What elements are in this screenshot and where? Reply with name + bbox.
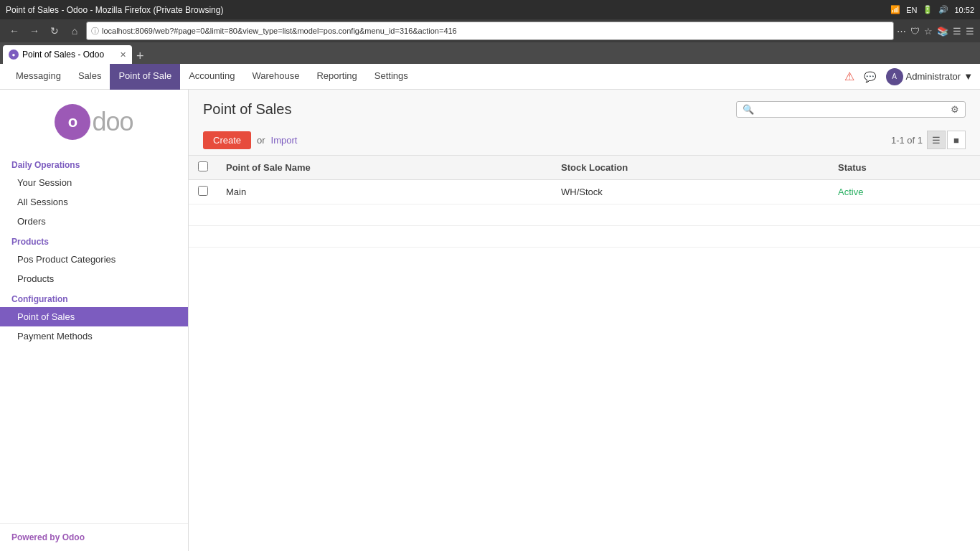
address-bar[interactable]: ⓘ localhost:8069/web?#page=0&limit=80&vi… [86, 22, 894, 40]
sidebar-item-all-sessions[interactable]: All Sessions [0, 192, 188, 212]
nav-item-warehouse[interactable]: Warehouse [243, 64, 308, 90]
col-stock-location: Stock Location [552, 156, 829, 180]
new-tab-button[interactable]: + [132, 49, 149, 64]
chevron-down-icon: ▼ [963, 71, 973, 82]
alert-icon[interactable]: ⚠ [844, 70, 854, 83]
tab-title: Point of Sales - Odoo [22, 50, 104, 60]
row-checkbox[interactable] [198, 186, 208, 196]
section-title-configuration: Configuration [0, 288, 188, 307]
toolbar: Create or Import 1-1 of 1 ☰ ■ [189, 125, 980, 156]
volume-icon: 🔊 [938, 5, 948, 14]
sidebar-logo: o doo [0, 97, 188, 154]
shield-icon: 🛡 [910, 26, 920, 37]
admin-menu[interactable]: A Administrator ▼ [886, 68, 973, 85]
forward-button[interactable]: → [26, 22, 43, 39]
kanban-view-button[interactable]: ■ [947, 131, 966, 149]
table-container: Point of Sale Name Stock Location Status [189, 156, 980, 551]
pagination-text: 1-1 of 1 [891, 135, 923, 146]
content-area: Point of Sales 🔍 ⚙ Create or Import 1-1 … [189, 90, 980, 551]
select-all-checkbox-header[interactable] [189, 156, 217, 180]
nav-item-sales[interactable]: Sales [70, 64, 110, 90]
chat-icon[interactable]: 💬 [860, 67, 880, 87]
os-bar-right: 📶 EN 🔋 🔊 10:52 [890, 5, 974, 14]
menu-icon[interactable]: ☰ [966, 26, 974, 37]
admin-label: Administrator [906, 71, 961, 82]
sidebar-item-your-session[interactable]: Your Session [0, 173, 188, 192]
odoo-logo: o doo [55, 104, 133, 140]
library-icon[interactable]: 📚 [937, 26, 948, 37]
nav-item-accounting[interactable]: Accounting [180, 64, 243, 90]
home-button[interactable]: ⌂ [66, 22, 83, 39]
section-title-products: Products [0, 231, 188, 250]
toolbar-right: 1-1 of 1 ☰ ■ [891, 131, 966, 149]
sidebar-item-point-of-sales[interactable]: Point of Sales [0, 307, 188, 326]
logo-circle: o [55, 104, 90, 140]
os-bar: Point of Sales - Odoo - Mozilla Firefox … [0, 0, 980, 19]
tab-favicon: ● [9, 50, 19, 60]
nav-item-point-of-sale[interactable]: Point of Sale [110, 64, 180, 90]
bookmark-icon[interactable]: ☆ [924, 26, 933, 37]
empty-row-2 [189, 226, 980, 248]
or-text: or [257, 135, 265, 146]
list-view-button[interactable]: ☰ [927, 131, 946, 149]
footer-text: Powered by [11, 532, 62, 542]
browser-right-icons: ⋯ 🛡 ☆ 📚 ☰ ☰ [897, 26, 974, 37]
browser-tab[interactable]: ● Point of Sales - Odoo ✕ [3, 45, 132, 64]
battery-icon: 🔋 [923, 5, 933, 14]
keyboard-icon: EN [906, 6, 917, 14]
wifi-icon: 📶 [890, 5, 900, 14]
empty-row-1 [189, 204, 980, 226]
table-header-row: Point of Sale Name Stock Location Status [189, 156, 980, 180]
security-icon: ⓘ [91, 26, 99, 37]
sidebar: o doo Daily Operations Your Session All … [0, 90, 189, 551]
sidebar-item-payment-methods[interactable]: Payment Methods [0, 326, 188, 346]
page-title: Point of Sales [203, 101, 291, 118]
sidebar-item-orders[interactable]: Orders [0, 212, 188, 231]
col-status: Status [829, 156, 980, 180]
sidebar-footer: Powered by Odoo [0, 523, 188, 551]
footer-brand: Odoo [62, 532, 85, 542]
content-header: Point of Sales 🔍 ⚙ [189, 90, 980, 125]
clock: 10:52 [954, 6, 974, 14]
app-nav-right: ⚠ 💬 A Administrator ▼ [844, 67, 973, 87]
search-bar[interactable]: 🔍 ⚙ [736, 101, 966, 118]
import-button[interactable]: Import [271, 135, 298, 146]
browser-chrome: ← → ↻ ⌂ ⓘ localhost:8069/web?#page=0&lim… [0, 19, 980, 42]
os-title: Point of Sales - Odoo - Mozilla Firefox … [6, 5, 223, 15]
os-bar-left: Point of Sales - Odoo - Mozilla Firefox … [6, 5, 223, 15]
nav-item-settings[interactable]: Settings [366, 64, 417, 90]
search-icon: 🔍 [743, 104, 754, 115]
nav-item-reporting[interactable]: Reporting [308, 64, 365, 90]
sidebar-toggle-icon[interactable]: ☰ [953, 26, 961, 37]
admin-avatar: A [886, 68, 903, 85]
cell-status: Active [829, 180, 980, 204]
select-all-checkbox[interactable] [198, 161, 208, 171]
refresh-button[interactable]: ↻ [46, 22, 63, 39]
row-checkbox-cell[interactable] [189, 180, 217, 204]
view-toggle: ☰ ■ [927, 131, 966, 149]
search-settings-icon[interactable]: ⚙ [951, 104, 959, 115]
sidebar-item-products[interactable]: Products [0, 269, 188, 288]
cell-pos-name[interactable]: Main [217, 180, 552, 204]
tab-close-button[interactable]: ✕ [120, 50, 126, 60]
section-title-daily-operations: Daily Operations [0, 154, 188, 173]
search-input[interactable] [758, 104, 947, 115]
cell-stock-location: WH/Stock [552, 180, 829, 204]
sidebar-item-pos-product-categories[interactable]: Pos Product Categories [0, 250, 188, 269]
table-row[interactable]: Main WH/Stock Active [189, 180, 980, 204]
tab-bar: ● Point of Sales - Odoo ✕ + [0, 42, 980, 64]
more-options-icon[interactable]: ⋯ [897, 26, 906, 37]
app-nav: Messaging Sales Point of Sale Accounting… [0, 64, 980, 90]
main-layout: o doo Daily Operations Your Session All … [0, 90, 980, 551]
url-text: localhost:8069/web?#page=0&limit=80&view… [102, 27, 889, 35]
col-point-of-sale-name: Point of Sale Name [217, 156, 552, 180]
logo-text: doo [92, 107, 133, 137]
records-table: Point of Sale Name Stock Location Status [189, 156, 980, 248]
nav-item-messaging[interactable]: Messaging [7, 64, 70, 90]
back-button[interactable]: ← [6, 22, 23, 39]
create-button[interactable]: Create [203, 131, 251, 149]
